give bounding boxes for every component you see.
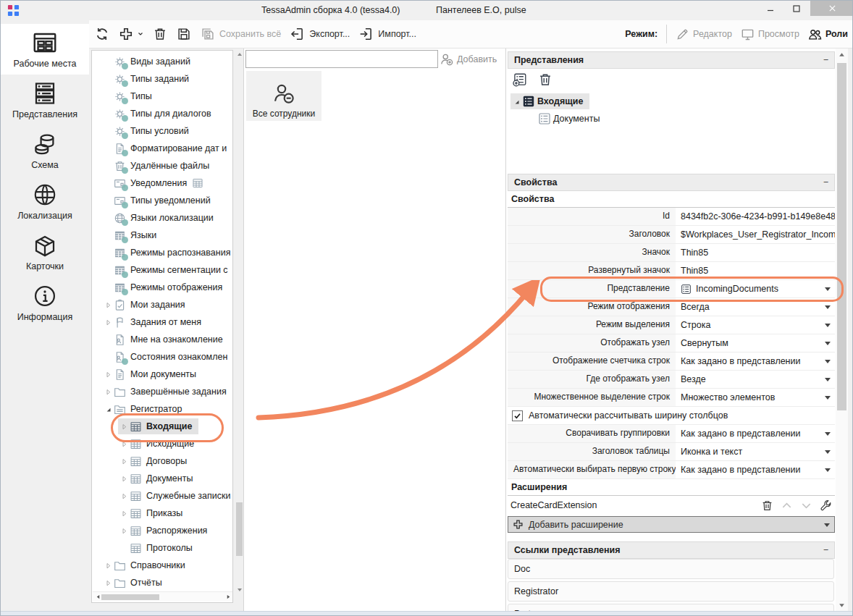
property-value[interactable]: Всегда <box>676 298 835 316</box>
vertical-scrollbar[interactable] <box>836 48 848 611</box>
tree-item[interactable]: Мне на ознакомление <box>92 331 232 348</box>
tree-item[interactable]: Приказы <box>92 505 232 522</box>
view-link-row[interactable]: Registrator <box>508 581 834 602</box>
tree-item[interactable]: Мои задания <box>92 296 232 313</box>
tree-item[interactable]: Режимы распознавания <box>92 244 232 261</box>
tree-item[interactable]: Завершённые задания <box>92 383 232 400</box>
expander-collapsed-icon[interactable] <box>119 476 130 482</box>
expander-expanded-icon[interactable] <box>510 98 522 105</box>
tree-item[interactable]: Режимы отображения <box>92 279 232 296</box>
save-all-button[interactable]: Сохранить всё <box>201 27 281 41</box>
collapse-section-button[interactable]: − <box>823 51 828 69</box>
scroll-down-icon[interactable] <box>235 586 243 594</box>
trash-icon[interactable] <box>761 499 773 512</box>
scroll-right-icon[interactable] <box>224 594 232 599</box>
tree-item[interactable]: Типы для диалогов <box>92 105 232 122</box>
import-button[interactable]: Импорт... <box>359 27 416 41</box>
collapse-section-button[interactable]: − <box>823 174 828 191</box>
tree-item[interactable]: Задания от меня <box>92 313 232 331</box>
scrollbar-thumb[interactable] <box>101 594 159 600</box>
scroll-up-icon[interactable] <box>836 48 848 60</box>
views-tree-item[interactable]: Документы <box>508 110 835 127</box>
close-button[interactable] <box>810 1 853 16</box>
expander-collapsed-icon[interactable] <box>103 319 114 326</box>
expander-collapsed-icon[interactable] <box>119 493 130 499</box>
scrollbar-thumb[interactable] <box>236 502 243 556</box>
expander-collapsed-icon[interactable] <box>119 510 130 517</box>
property-value[interactable]: Строка <box>676 316 835 334</box>
property-value[interactable]: Как задано в представлении <box>676 461 835 478</box>
sidebar-item-views24[interactable]: Представления <box>1 75 89 125</box>
property-value[interactable]: IncomingDocuments <box>676 280 835 298</box>
property-value[interactable]: Иконка и текст <box>676 443 835 460</box>
property-value[interactable]: Как задано в представлении <box>676 425 835 442</box>
minimize-button[interactable] <box>760 1 781 16</box>
tree-item[interactable]: Типы <box>92 88 232 105</box>
chevron-up-icon[interactable] <box>781 499 793 512</box>
sidebar-item-schema24[interactable]: Схема <box>1 125 89 176</box>
tree-item[interactable]: Типы уведомлений <box>92 192 232 209</box>
add-view-button[interactable] <box>513 72 527 87</box>
view-link-row[interactable]: Doc <box>508 559 834 579</box>
checkbox-checked-icon[interactable] <box>512 410 523 421</box>
tree-item[interactable]: Форматирование дат и <box>92 140 232 157</box>
tree-item[interactable]: Отчёты <box>92 574 232 591</box>
view-link-row[interactable]: Partner <box>508 604 834 611</box>
tree-item[interactable]: Состояния ознакомлен <box>92 348 232 366</box>
scroll-left-icon[interactable] <box>94 594 101 599</box>
tree-item[interactable]: Мои документы <box>92 366 232 383</box>
scroll-up-icon[interactable] <box>235 50 243 59</box>
views-tree-item[interactable]: Входящие <box>508 93 835 110</box>
mode-preview-button[interactable]: Просмотр <box>741 28 799 41</box>
save-button[interactable] <box>177 27 191 41</box>
tree-item[interactable]: Виды заданий <box>92 53 232 70</box>
expander-collapsed-icon[interactable] <box>119 528 130 534</box>
property-checkbox-row[interactable]: Автоматически рассчитывать ширину столбц… <box>508 407 835 425</box>
property-value[interactable]: Свернутым <box>676 334 835 352</box>
tree-item[interactable]: Документы <box>92 470 232 487</box>
mode-roles-button[interactable]: Роли <box>808 28 848 41</box>
tree-item[interactable]: Договоры <box>92 452 232 470</box>
tree-item[interactable]: Типы заданий <box>92 70 232 88</box>
tree-item[interactable]: Уведомления <box>92 174 232 192</box>
expander-collapsed-icon[interactable] <box>119 458 130 465</box>
property-value[interactable]: Везде <box>676 371 835 388</box>
scroll-down-icon[interactable] <box>836 599 848 611</box>
tree-item[interactable]: Типы условий <box>92 122 232 140</box>
tree-item[interactable]: Языки локализации <box>92 209 232 227</box>
tree-item[interactable]: Служебные записки <box>92 487 232 505</box>
scrollbar-thumb[interactable] <box>837 63 846 410</box>
sidebar-item-loc24[interactable]: Локализация <box>1 176 89 227</box>
sidebar-item-info24[interactable]: Информация <box>1 277 89 328</box>
expander-collapsed-icon[interactable] <box>103 371 114 378</box>
sidebar-item-workplaces[interactable]: Рабочие места <box>1 24 89 75</box>
add-button[interactable] <box>119 27 143 41</box>
horizontal-scrollbar[interactable] <box>93 591 233 602</box>
tree-item[interactable]: Языки <box>92 227 232 244</box>
property-value[interactable]: Как задано в представлении <box>676 353 835 370</box>
member-tile[interactable]: Все сотрудники <box>246 71 322 121</box>
expander-collapsed-icon[interactable] <box>103 302 114 308</box>
expander-collapsed-icon[interactable] <box>103 562 114 569</box>
export-button[interactable]: Экспорт... <box>290 27 350 41</box>
chevron-down-icon[interactable] <box>800 499 812 512</box>
extension-row[interactable]: CreateCardExtension <box>508 496 835 515</box>
expander-collapsed-icon[interactable] <box>103 389 114 395</box>
tree-item[interactable]: Справочники <box>92 557 232 574</box>
delete-button[interactable] <box>153 27 167 41</box>
tree-item[interactable]: Режимы сегментации с <box>92 261 232 279</box>
add-extension-button[interactable]: Добавить расширение <box>508 516 835 533</box>
expander-expanded-icon[interactable] <box>103 406 114 413</box>
expander-collapsed-icon[interactable] <box>103 580 114 586</box>
mode-editor-button[interactable]: Редактор <box>676 28 732 41</box>
tree-item[interactable]: Распоряжения <box>92 522 232 539</box>
delete-view-button[interactable] <box>538 72 552 87</box>
tree-item[interactable]: Удалённые файлы <box>92 157 232 174</box>
collapse-section-button[interactable]: − <box>823 541 828 559</box>
sidebar-item-cards24[interactable]: Карточки <box>1 227 89 277</box>
vertical-scrollbar[interactable] <box>235 50 243 594</box>
property-value[interactable]: Множество элементов <box>676 389 835 406</box>
refresh-button[interactable] <box>95 27 109 41</box>
add-member-button[interactable]: Добавить <box>440 51 497 68</box>
tree-item[interactable]: Протоколы <box>92 539 232 557</box>
